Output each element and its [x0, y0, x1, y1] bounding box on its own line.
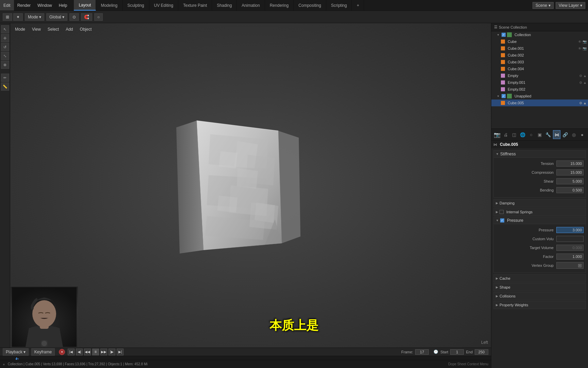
cache-section[interactable]: ▶ Cache: [493, 274, 586, 282]
props-constraints-icon[interactable]: 🔗: [561, 130, 569, 139]
current-frame-input[interactable]: [415, 349, 429, 355]
prev-keyframe-button[interactable]: ◀|: [76, 349, 83, 355]
pivot-btn[interactable]: ⊙: [69, 13, 79, 21]
custom-volu-input[interactable]: [556, 236, 584, 242]
props-data-icon[interactable]: ◎: [570, 130, 577, 139]
vertex-group-selector[interactable]: ⊞: [556, 262, 584, 269]
outliner-item-empty001[interactable]: Empty.001 ⚙ ▲: [491, 79, 588, 86]
property-weights-section[interactable]: ▶ Property Weights: [493, 301, 586, 309]
scene-selector[interactable]: Scene ▾: [533, 2, 554, 9]
menu-render[interactable]: Render: [14, 0, 34, 11]
timeline-mode-selector[interactable]: Playback ▾: [3, 348, 29, 356]
outliner-item-empty002[interactable]: Empty.002: [491, 86, 588, 93]
toolbar-grid-icon[interactable]: ⊞: [3, 13, 12, 21]
play-button[interactable]: ▶▶: [100, 349, 107, 355]
pause-button[interactable]: ⏸: [92, 349, 99, 355]
vertex-group-row: Vertex Group ⊞: [496, 262, 584, 269]
skip-end-button[interactable]: ▶|: [117, 349, 124, 355]
menu-window[interactable]: Window: [34, 0, 55, 11]
tab-sculpting[interactable]: Sculpting: [122, 0, 149, 11]
viewport-select-menu[interactable]: Select: [46, 26, 61, 32]
props-modifier-icon[interactable]: 🔧: [544, 130, 552, 139]
pressure-checkbox[interactable]: ✓: [500, 218, 504, 223]
workspace-tabs: Layout Modeling Sculpting UV Editing Tex…: [74, 0, 364, 11]
outliner-item-cube002[interactable]: Cube.002: [491, 52, 588, 59]
compression-input[interactable]: [556, 169, 584, 175]
playback-controls: |◀ ◀| ◀◀ ⏸ ▶▶ |▶ ▶|: [68, 349, 124, 355]
shape-section[interactable]: ▶ Shape: [493, 283, 586, 291]
3d-viewport[interactable]: [10, 23, 491, 348]
tab-uv-editing[interactable]: UV Editing: [149, 0, 179, 11]
props-material-icon[interactable]: ●: [578, 130, 586, 139]
tab-rendering[interactable]: Rendering: [265, 0, 294, 11]
outliner-item-collection[interactable]: ▼ ✓ Collection: [491, 31, 588, 38]
outliner-item-cube[interactable]: Cube 👁 📷: [491, 38, 588, 45]
snap-btn[interactable]: 🧲: [81, 13, 92, 21]
next-keyframe-button[interactable]: |▶: [109, 349, 115, 355]
timeline-keyframe-selector[interactable]: Keyframe: [31, 348, 55, 356]
tab-texture-paint[interactable]: Texture Paint: [178, 0, 212, 11]
tool-measure[interactable]: 📏: [1, 82, 9, 91]
bending-input[interactable]: [556, 187, 584, 193]
play-reverse-button[interactable]: ◀◀: [84, 349, 91, 355]
menu-edit[interactable]: Edit: [0, 0, 14, 11]
props-world-icon[interactable]: ○: [527, 130, 535, 139]
end-frame-input[interactable]: [475, 349, 488, 355]
internal-springs-label: Internal Springs: [506, 210, 533, 214]
tool-annotate[interactable]: ✏: [1, 74, 9, 82]
props-output-icon[interactable]: 🖨: [502, 130, 509, 139]
tab-compositing[interactable]: Compositing: [294, 0, 326, 11]
tab-animation[interactable]: Animation: [237, 0, 265, 11]
pressure-header[interactable]: ▼ ✓ Pressure: [493, 217, 586, 224]
viewport-add-menu[interactable]: Add: [64, 26, 75, 32]
unapplied-visibility[interactable]: ✓: [502, 94, 506, 98]
pressure-value-input[interactable]: [556, 227, 584, 233]
record-icon: ●: [61, 350, 63, 353]
props-object-icon[interactable]: ▣: [536, 130, 543, 139]
props-scene-icon[interactable]: 🌐: [519, 130, 526, 139]
menu-help[interactable]: Help: [55, 0, 71, 11]
outliner-item-unapplied[interactable]: ▼ ✓ Unapplied: [491, 93, 588, 99]
skip-start-button[interactable]: |◀: [68, 349, 75, 355]
outliner-item-cube004[interactable]: Cube.004: [491, 65, 588, 72]
tool-rotate[interactable]: ↺: [1, 43, 9, 51]
viewport-object-menu[interactable]: Object: [78, 26, 94, 32]
view-layer-selector[interactable]: View Layer ▾: [556, 2, 585, 9]
stiffness-header[interactable]: ▼ Stiffness: [493, 150, 586, 158]
mode-selector[interactable]: Mode ▾: [25, 13, 44, 21]
factor-input[interactable]: [556, 254, 584, 260]
tool-transform[interactable]: ⊕: [1, 61, 9, 69]
target-volume-input[interactable]: [556, 245, 584, 251]
proportional-btn[interactable]: ○: [94, 13, 103, 21]
tool-move[interactable]: ✛: [1, 34, 9, 42]
tab-layout[interactable]: Layout: [74, 0, 96, 11]
record-button[interactable]: ●: [59, 349, 65, 355]
viewport-view-menu[interactable]: View: [30, 26, 43, 32]
viewport-mode-menu[interactable]: Mode: [13, 26, 27, 32]
damping-section[interactable]: ▶ Damping: [493, 199, 586, 207]
tab-shading[interactable]: Shading: [212, 0, 237, 11]
tool-cursor[interactable]: ↖: [1, 25, 9, 33]
shear-input[interactable]: [556, 178, 584, 184]
pressure-label: Pressure: [507, 218, 523, 223]
internal-springs-section[interactable]: ▶ Internal Springs: [493, 208, 586, 216]
tab-scripting[interactable]: Scripting: [326, 0, 352, 11]
tab-modeling[interactable]: Modeling: [96, 0, 122, 11]
props-view-layer-icon[interactable]: ◫: [510, 130, 518, 139]
tool-scale[interactable]: ⤡: [1, 52, 9, 60]
collisions-section[interactable]: ▶ Collisions: [493, 292, 586, 300]
outliner-item-cube005[interactable]: Cube.005 ⚙ ▲: [491, 99, 588, 106]
outliner-item-empty[interactable]: Empty ⚙ ▲: [491, 72, 588, 79]
outliner-item-cube001[interactable]: Cube.001 👁 📷: [491, 45, 588, 52]
unapplied-name: Unapplied: [514, 94, 532, 98]
props-render-icon[interactable]: 📷: [493, 130, 501, 139]
props-physics-icon[interactable]: ⋈: [553, 130, 560, 139]
start-frame-input[interactable]: [450, 349, 464, 355]
outliner-item-cube003[interactable]: Cube.003: [491, 59, 588, 65]
internal-springs-checkbox[interactable]: [500, 210, 504, 214]
toolbar-snap-icon[interactable]: ✦: [13, 13, 23, 21]
tab-add[interactable]: +: [352, 0, 364, 11]
tension-input[interactable]: [556, 160, 584, 167]
transform-selector[interactable]: Global ▾: [46, 13, 67, 21]
collection-visibility[interactable]: ✓: [502, 33, 506, 37]
